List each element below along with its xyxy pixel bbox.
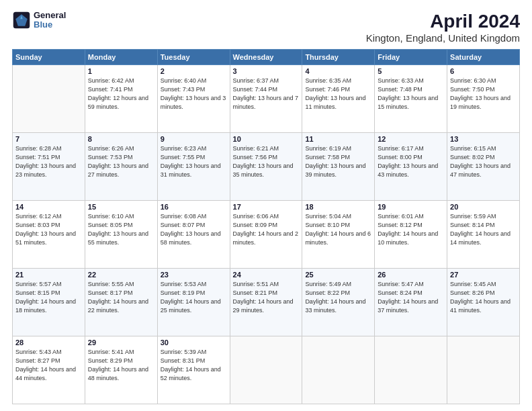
day-number: 7 [15, 135, 82, 143]
calendar-cell: 24Sunrise: 5:51 AMSunset: 8:21 PMDayligh… [230, 269, 302, 336]
calendar-week-row: 14Sunrise: 6:12 AMSunset: 8:03 PMDayligh… [13, 201, 520, 269]
logo: General Blue [12, 11, 66, 30]
day-number: 6 [450, 67, 517, 75]
day-number: 18 [305, 203, 371, 211]
header-friday: Friday [375, 50, 447, 65]
calendar-cell: 27Sunrise: 5:45 AMSunset: 8:26 PMDayligh… [447, 269, 520, 336]
day-number: 23 [161, 271, 227, 279]
calendar-cell: 22Sunrise: 5:55 AMSunset: 8:17 PMDayligh… [85, 269, 157, 336]
day-number: 8 [88, 135, 154, 143]
day-number: 17 [233, 203, 300, 211]
calendar-cell: 30Sunrise: 5:39 AMSunset: 8:31 PMDayligh… [157, 336, 230, 404]
header-monday: Monday [85, 50, 157, 65]
header-saturday: Saturday [447, 50, 520, 65]
calendar-cell: 13Sunrise: 6:15 AMSunset: 8:02 PMDayligh… [447, 133, 520, 201]
day-number: 24 [233, 271, 300, 279]
calendar-header-row: Sunday Monday Tuesday Wednesday Thursday… [13, 50, 520, 65]
calendar-cell [302, 336, 375, 404]
day-info: Sunrise: 5:55 AMSunset: 8:17 PMDaylight:… [88, 280, 154, 315]
calendar-cell: 20Sunrise: 5:59 AMSunset: 8:14 PMDayligh… [447, 201, 520, 269]
calendar-cell: 14Sunrise: 6:12 AMSunset: 8:03 PMDayligh… [13, 201, 85, 269]
day-number: 13 [450, 135, 517, 143]
calendar-cell: 16Sunrise: 6:08 AMSunset: 8:07 PMDayligh… [157, 201, 230, 269]
calendar-week-row: 21Sunrise: 5:57 AMSunset: 8:15 PMDayligh… [13, 269, 520, 336]
day-number: 19 [378, 203, 444, 211]
day-number: 26 [378, 271, 444, 279]
calendar-cell: 7Sunrise: 6:28 AMSunset: 7:51 PMDaylight… [13, 133, 85, 201]
day-info: Sunrise: 6:06 AMSunset: 8:09 PMDaylight:… [233, 212, 300, 247]
day-info: Sunrise: 5:41 AMSunset: 8:29 PMDaylight:… [88, 348, 154, 383]
header-thursday: Thursday [302, 50, 375, 65]
logo-icon [12, 11, 31, 30]
day-number: 16 [161, 203, 227, 211]
day-number: 9 [161, 135, 227, 143]
header-sunday: Sunday [13, 50, 85, 65]
day-info: Sunrise: 6:30 AMSunset: 7:50 PMDaylight:… [450, 77, 517, 111]
day-info: Sunrise: 6:40 AMSunset: 7:43 PMDaylight:… [161, 77, 227, 111]
calendar-cell: 2Sunrise: 6:40 AMSunset: 7:43 PMDaylight… [157, 65, 230, 133]
day-number: 1 [88, 67, 154, 75]
day-info: Sunrise: 5:49 AMSunset: 8:22 PMDaylight:… [305, 280, 371, 315]
header-tuesday: Tuesday [157, 50, 230, 65]
calendar-cell [375, 336, 447, 404]
day-number: 28 [15, 338, 82, 347]
day-info: Sunrise: 6:21 AMSunset: 7:56 PMDaylight:… [233, 144, 300, 179]
day-info: Sunrise: 6:33 AMSunset: 7:48 PMDaylight:… [378, 77, 444, 111]
calendar-week-row: 7Sunrise: 6:28 AMSunset: 7:51 PMDaylight… [13, 133, 520, 201]
calendar-week-row: 28Sunrise: 5:43 AMSunset: 8:27 PMDayligh… [13, 336, 520, 404]
day-info: Sunrise: 6:01 AMSunset: 8:12 PMDaylight:… [378, 212, 444, 247]
calendar-week-row: 1Sunrise: 6:42 AMSunset: 7:41 PMDaylight… [13, 65, 520, 133]
calendar-cell: 15Sunrise: 6:10 AMSunset: 8:05 PMDayligh… [85, 201, 157, 269]
day-info: Sunrise: 6:19 AMSunset: 7:58 PMDaylight:… [305, 144, 371, 179]
day-info: Sunrise: 6:23 AMSunset: 7:55 PMDaylight:… [161, 144, 227, 179]
calendar-cell: 12Sunrise: 6:17 AMSunset: 8:00 PMDayligh… [375, 133, 447, 201]
day-info: Sunrise: 5:45 AMSunset: 8:26 PMDaylight:… [450, 280, 517, 315]
calendar-cell: 29Sunrise: 5:41 AMSunset: 8:29 PMDayligh… [85, 336, 157, 404]
calendar-cell: 9Sunrise: 6:23 AMSunset: 7:55 PMDaylight… [157, 133, 230, 201]
calendar-cell: 18Sunrise: 5:04 AMSunset: 8:10 PMDayligh… [302, 201, 375, 269]
calendar-cell: 21Sunrise: 5:57 AMSunset: 8:15 PMDayligh… [13, 269, 85, 336]
calendar-cell [13, 65, 85, 133]
calendar-cell: 26Sunrise: 5:47 AMSunset: 8:24 PMDayligh… [375, 269, 447, 336]
calendar-cell: 10Sunrise: 6:21 AMSunset: 7:56 PMDayligh… [230, 133, 302, 201]
day-info: Sunrise: 6:35 AMSunset: 7:46 PMDaylight:… [305, 77, 371, 111]
day-number: 30 [161, 338, 227, 347]
day-number: 14 [15, 203, 82, 211]
day-info: Sunrise: 5:59 AMSunset: 8:14 PMDaylight:… [450, 212, 517, 247]
calendar-title: April 2024 [366, 11, 520, 32]
day-info: Sunrise: 6:08 AMSunset: 8:07 PMDaylight:… [161, 212, 227, 247]
day-info: Sunrise: 5:39 AMSunset: 8:31 PMDaylight:… [161, 348, 227, 383]
title-block: April 2024 Kington, England, United King… [366, 11, 520, 44]
logo-text: General Blue [34, 11, 66, 30]
day-number: 15 [88, 203, 154, 211]
day-info: Sunrise: 5:43 AMSunset: 8:27 PMDaylight:… [15, 348, 82, 383]
day-number: 5 [378, 67, 444, 75]
page: General Blue April 2024 Kington, England… [0, 0, 532, 411]
header: General Blue April 2024 Kington, England… [12, 11, 520, 44]
day-number: 4 [305, 67, 371, 75]
day-info: Sunrise: 6:26 AMSunset: 7:53 PMDaylight:… [88, 144, 154, 179]
calendar-cell: 17Sunrise: 6:06 AMSunset: 8:09 PMDayligh… [230, 201, 302, 269]
header-wednesday: Wednesday [230, 50, 302, 65]
day-info: Sunrise: 5:47 AMSunset: 8:24 PMDaylight:… [378, 280, 444, 315]
day-number: 25 [305, 271, 371, 279]
calendar-subtitle: Kington, England, United Kingdom [366, 32, 520, 44]
calendar-cell: 6Sunrise: 6:30 AMSunset: 7:50 PMDaylight… [447, 65, 520, 133]
calendar-cell: 25Sunrise: 5:49 AMSunset: 8:22 PMDayligh… [302, 269, 375, 336]
logo-line2: Blue [34, 20, 66, 30]
day-info: Sunrise: 5:51 AMSunset: 8:21 PMDaylight:… [233, 280, 300, 315]
day-info: Sunrise: 6:15 AMSunset: 8:02 PMDaylight:… [450, 144, 517, 179]
calendar-cell: 4Sunrise: 6:35 AMSunset: 7:46 PMDaylight… [302, 65, 375, 133]
day-number: 29 [88, 338, 154, 347]
day-info: Sunrise: 5:04 AMSunset: 8:10 PMDaylight:… [305, 212, 371, 247]
calendar-cell [230, 336, 302, 404]
day-number: 2 [161, 67, 227, 75]
calendar-cell: 23Sunrise: 5:53 AMSunset: 8:19 PMDayligh… [157, 269, 230, 336]
calendar-cell: 1Sunrise: 6:42 AMSunset: 7:41 PMDaylight… [85, 65, 157, 133]
day-number: 3 [233, 67, 300, 75]
calendar-cell: 28Sunrise: 5:43 AMSunset: 8:27 PMDayligh… [13, 336, 85, 404]
day-number: 10 [233, 135, 300, 143]
day-info: Sunrise: 6:37 AMSunset: 7:44 PMDaylight:… [233, 77, 300, 111]
day-number: 27 [450, 271, 517, 279]
calendar-cell: 5Sunrise: 6:33 AMSunset: 7:48 PMDaylight… [375, 65, 447, 133]
